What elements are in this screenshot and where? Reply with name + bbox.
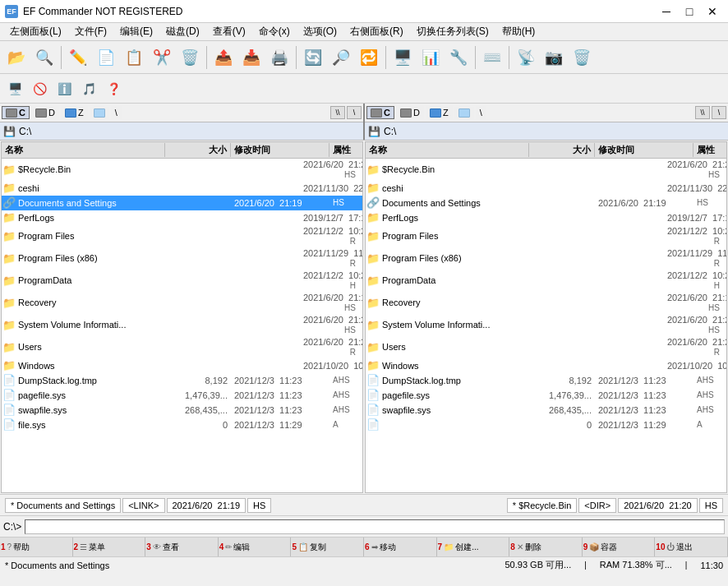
tb-refresh-button[interactable]: 🔄 <box>300 44 326 71</box>
right-drive-unc[interactable]: \ <box>476 106 486 119</box>
file-row[interactable]: 📄 pagefile.sys 1,476,39... 2021/12/3 11:… <box>366 388 726 403</box>
left-col-date[interactable]: 修改时间 <box>231 143 329 157</box>
file-row[interactable]: 📄 pagefile.sys 1,476,39... 2021/12/3 11:… <box>2 388 362 403</box>
tb-remote-button[interactable]: 📡 <box>513 44 539 71</box>
menu-item[interactable]: 磁盘(D) <box>159 23 206 40</box>
fn-3-button[interactable]: 3👁查看 <box>145 538 219 556</box>
right-nav-back[interactable]: \\ <box>695 106 710 119</box>
fn-7-button[interactable]: 7📁创建... <box>437 538 510 556</box>
file-row[interactable]: 📁 Program Files (x86) 2021/11/29 11:02 R <box>2 247 362 270</box>
file-row[interactable]: 📁 ceshi 2021/11/30 22:17 <box>2 181 362 196</box>
file-row[interactable]: 📁 PerfLogs 2019/12/7 17:14 <box>366 210 726 225</box>
file-row[interactable]: 📁 $Recycle.Bin 2021/6/20 21:20 HS <box>2 159 362 181</box>
left-col-name[interactable]: 名称 <box>2 143 165 157</box>
left-drive-c[interactable]: C <box>2 106 30 119</box>
file-row[interactable]: 📄 0 2021/12/3 11:29 A <box>366 418 726 432</box>
right-col-attr[interactable]: 属性 <box>693 143 726 157</box>
fn-2-button[interactable]: 2☰菜单 <box>73 538 146 556</box>
file-row[interactable]: 📁 ProgramData 2021/12/2 10:25 H <box>366 270 726 292</box>
tb-send-button[interactable]: 📤 <box>210 44 237 71</box>
file-row[interactable]: 📁 Windows 2021/10/20 10:26 <box>2 358 362 373</box>
fn-5-button[interactable]: 5📋复制 <box>291 538 364 556</box>
tb2-help-button[interactable]: ❓ <box>102 77 125 100</box>
file-row[interactable]: 📄 swapfile.sys 268,435,... 2021/12/3 11:… <box>366 403 726 418</box>
file-row[interactable]: 📁 Windows 2021/10/20 10:26 <box>366 358 726 373</box>
tb-chart-button[interactable]: 📊 <box>417 44 444 71</box>
maximize-button[interactable]: □ <box>679 3 700 20</box>
menu-item[interactable]: 帮助(H) <box>495 23 542 40</box>
file-row[interactable]: 📁 PerfLogs 2019/12/7 17:14 <box>2 210 362 225</box>
file-row[interactable]: 📄 file.sys 0 2021/12/3 11:29 A <box>2 418 362 432</box>
fn-6-button[interactable]: 6➡移动 <box>364 538 437 556</box>
right-drive-z[interactable]: Z <box>426 106 453 119</box>
close-button[interactable]: ✕ <box>702 3 723 20</box>
tb-cut-button[interactable]: ✂️ <box>149 44 175 71</box>
left-drive-unc[interactable]: \ <box>111 106 122 119</box>
tb2-info-button[interactable]: ℹ️ <box>53 77 76 100</box>
right-drive-d[interactable]: D <box>396 106 424 119</box>
right-col-name[interactable]: 名称 <box>366 143 529 157</box>
minimize-button[interactable]: ─ <box>656 3 677 20</box>
file-row[interactable]: 📁 Recovery 2021/6/20 21:19 HS <box>2 292 362 314</box>
left-nav-up[interactable]: \ <box>347 106 362 119</box>
file-row[interactable]: 📁 System Volume Informati... 2021/6/20 2… <box>366 314 726 336</box>
tb-open-button[interactable]: 📂 <box>3 44 30 71</box>
tb-print-button[interactable]: 🖨️ <box>266 44 293 71</box>
tb-camera-button[interactable]: 📷 <box>541 44 567 71</box>
right-nav-up[interactable]: \ <box>712 106 726 119</box>
tb2-stop-button[interactable]: 🚫 <box>28 77 51 100</box>
left-drive-removable[interactable] <box>90 107 109 119</box>
file-row[interactable]: 📄 DumpStack.log.tmp 8,192 2021/12/3 11:2… <box>366 373 726 388</box>
file-row[interactable]: 📁 ProgramData 2021/12/2 10:25 H <box>2 270 362 292</box>
file-row[interactable]: 🔗 Documents and Settings 2021/6/20 21:19… <box>366 196 726 210</box>
file-row[interactable]: 📁 ceshi 2021/11/30 22:17 <box>366 181 726 196</box>
right-drive-c[interactable]: C <box>366 106 394 119</box>
file-row[interactable]: 📁 $Recycle.Bin 2021/6/20 21:20 HS <box>366 159 726 181</box>
left-drive-d[interactable]: D <box>31 106 59 119</box>
fn-4-button[interactable]: 4✏编辑 <box>219 538 292 556</box>
tb-find-button[interactable]: 🔎 <box>328 44 354 71</box>
tb-monitor-button[interactable]: 🖥️ <box>389 44 416 71</box>
file-row[interactable]: 📁 Recovery 2021/6/20 21:19 HS <box>366 292 726 314</box>
fn-1-button[interactable]: 1?帮助 <box>0 538 73 556</box>
left-nav-back[interactable]: \\ <box>330 106 345 119</box>
tb2-home-button[interactable]: 🖥️ <box>3 77 26 100</box>
fn-8-button[interactable]: 8✕删除 <box>509 538 583 556</box>
file-row[interactable]: 📄 DumpStack.log.tmp 8,192 2021/12/3 11:2… <box>2 373 362 388</box>
right-col-date[interactable]: 修改时间 <box>595 143 693 157</box>
fn-10-button[interactable]: 10⏻退出 <box>655 538 728 556</box>
file-row[interactable]: 📁 Users 2021/6/20 21:20 R <box>2 336 362 358</box>
right-col-size[interactable]: 大小 <box>529 143 595 157</box>
tb-terminal-button[interactable]: ⌨️ <box>479 44 505 71</box>
tb-delete-button[interactable]: 🗑️ <box>177 44 203 71</box>
tb-receive-button[interactable]: 📥 <box>238 44 265 71</box>
tb-sync-button[interactable]: 🔁 <box>356 44 382 71</box>
tb-search-button[interactable]: 🔍 <box>31 44 58 71</box>
menu-item[interactable]: 切换任务列表(S) <box>410 23 495 40</box>
right-drive-removable[interactable] <box>454 107 474 119</box>
file-row[interactable]: 🔗 Documents and Settings 2021/6/20 21:19… <box>2 196 362 210</box>
file-row[interactable]: 📁 Program Files 2021/12/2 10:26 R <box>2 225 362 247</box>
left-col-attr[interactable]: 属性 <box>329 143 362 157</box>
file-row[interactable]: 📁 Program Files 2021/12/2 10:26 R <box>366 225 726 247</box>
left-col-size[interactable]: 大小 <box>165 143 231 157</box>
tb-recycle-button[interactable]: 🗑️ <box>569 44 595 71</box>
menu-item[interactable]: 文件(F) <box>68 23 113 40</box>
tb-new-button[interactable]: 📄 <box>93 44 119 71</box>
left-drive-z[interactable]: Z <box>61 106 88 119</box>
file-row[interactable]: 📁 System Volume Informati... 2021/6/20 2… <box>2 314 362 336</box>
menu-item[interactable]: 右侧面板(R) <box>343 23 410 40</box>
tb-edit-button[interactable]: ✏️ <box>65 44 91 71</box>
file-row[interactable]: 📁 Users 2021/6/20 21:20 R <box>366 336 726 358</box>
tb-tools-button[interactable]: 🔧 <box>445 44 472 71</box>
cmd-input[interactable] <box>25 519 725 534</box>
file-row[interactable]: 📄 swapfile.sys 268,435,... 2021/12/3 11:… <box>2 403 362 418</box>
tb-copy-button[interactable]: 📋 <box>121 44 147 71</box>
menu-item[interactable]: 查看(V) <box>206 23 252 40</box>
file-row[interactable]: 📁 Program Files (x86) 2021/11/29 11:02 R <box>366 247 726 270</box>
menu-item[interactable]: 命令(x) <box>252 23 297 40</box>
fn-9-button[interactable]: 9📦容器 <box>583 538 656 556</box>
tb2-music-button[interactable]: 🎵 <box>77 77 100 100</box>
menu-item[interactable]: 编辑(E) <box>113 23 159 40</box>
menu-item[interactable]: 选项(O) <box>297 23 343 40</box>
